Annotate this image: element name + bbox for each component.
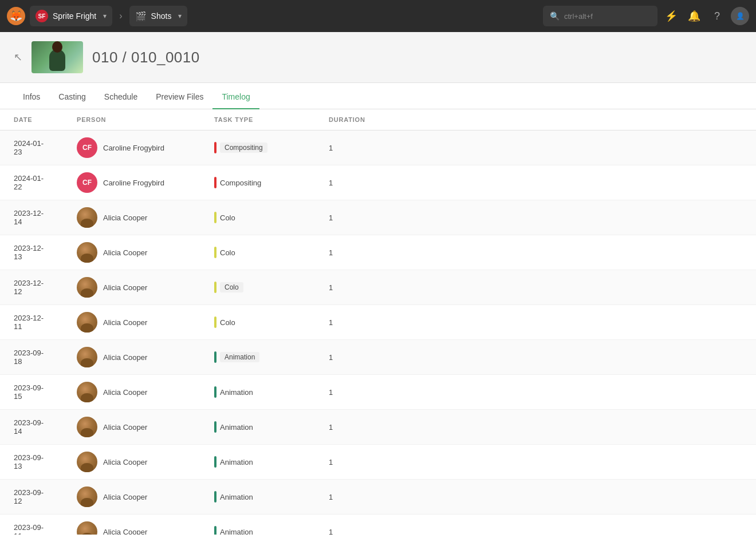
person-name: Alicia Cooper — [103, 493, 147, 501]
bell-button[interactable]: 🔔 — [685, 7, 703, 25]
user-avatar[interactable]: 👤 — [731, 7, 749, 25]
character-head — [52, 41, 62, 53]
table-row: 2023-12-12Alicia CooperColo1 — [0, 270, 756, 305]
avatar — [77, 277, 97, 298]
cell-person: Alicia Cooper — [63, 200, 200, 235]
project-selector[interactable]: SF Sprite Fright ▾ — [30, 6, 112, 26]
cell-person: Alicia Cooper — [63, 410, 200, 445]
avatar: CF — [77, 137, 97, 158]
cell-duration: 1 — [315, 480, 756, 515]
cell-task-type: Colo — [200, 235, 315, 270]
tabs-bar: InfosCastingSchedulePreview FilesTimelog — [0, 83, 756, 109]
avatar — [77, 242, 97, 263]
task-color-bar — [214, 456, 216, 468]
cell-duration: 1 — [315, 130, 756, 165]
task-label: Animation — [220, 493, 253, 501]
person-name: Alicia Cooper — [103, 283, 147, 292]
task-color-bar — [214, 247, 216, 258]
cell-person: Alicia Cooper — [63, 480, 200, 515]
cell-person: CFCaroline Frogybird — [63, 165, 200, 200]
person-name: Alicia Cooper — [103, 458, 147, 466]
cell-task-type: Compositing — [200, 165, 315, 200]
person-name: Alicia Cooper — [103, 353, 147, 362]
cell-task-type: Colo — [200, 270, 315, 305]
person-name: Alicia Cooper — [103, 248, 147, 257]
tab-timelog[interactable]: Timelog — [212, 83, 259, 109]
task-color-bar — [214, 386, 216, 398]
table-container[interactable]: DATE PERSON TASK TYPE DURATION 2024-01-2… — [0, 109, 756, 535]
col-date: DATE — [0, 109, 63, 130]
task-label: Animation — [220, 352, 259, 362]
person-name: Caroline Frogybird — [103, 179, 164, 187]
tab-preview-files[interactable]: Preview Files — [147, 83, 212, 109]
cell-duration: 1 — [315, 305, 756, 340]
timelog-table: DATE PERSON TASK TYPE DURATION 2024-01-2… — [0, 109, 756, 535]
cell-date: 2023-09-14 — [0, 410, 63, 445]
task-color-bar — [214, 142, 216, 153]
cell-duration: 1 — [315, 445, 756, 480]
table-row: 2023-09-18Alicia CooperAnimation1 — [0, 340, 756, 375]
person-name: Caroline Frogybird — [103, 144, 164, 152]
table-row: 2023-09-13Alicia CooperAnimation1 — [0, 445, 756, 480]
task-label: Compositing — [220, 143, 267, 153]
cell-duration: 1 — [315, 270, 756, 305]
tab-casting[interactable]: Casting — [49, 83, 94, 109]
search-placeholder: ctrl+alt+f — [564, 12, 593, 21]
task-color-bar — [214, 212, 216, 223]
character-silhouette — [49, 49, 65, 71]
cell-task-type: Colo — [200, 305, 315, 340]
help-button[interactable]: ? — [708, 7, 726, 25]
breadcrumb-arrow: › — [117, 11, 124, 21]
search-box[interactable]: 🔍 ctrl+alt+f — [543, 6, 657, 26]
task-color-bar — [214, 491, 216, 503]
cell-duration: 1 — [315, 340, 756, 375]
avatar-image: 👤 — [736, 12, 745, 20]
cell-person: Alicia Cooper — [63, 340, 200, 375]
cell-date: 2023-09-18 — [0, 340, 63, 375]
cell-date: 2023-09-12 — [0, 480, 63, 515]
cell-date: 2023-12-12 — [0, 270, 63, 305]
chevron-down-icon: ▾ — [103, 12, 107, 20]
avatar — [77, 521, 97, 535]
navbar: 🦊 SF Sprite Fright ▾ › 🎬 Shots ▾ 🔍 ctrl+… — [0, 0, 756, 32]
cell-person: Alicia Cooper — [63, 515, 200, 535]
cell-date: 2023-09-11 — [0, 515, 63, 535]
table-row: 2023-12-13Alicia CooperColo1 — [0, 235, 756, 270]
shots-icon: 🎬 — [135, 11, 147, 22]
cell-person: Alicia Cooper — [63, 305, 200, 340]
shot-thumbnail — [32, 41, 83, 73]
table-row: 2023-12-11Alicia CooperColo1 — [0, 305, 756, 340]
cell-date: 2024-01-23 — [0, 130, 63, 165]
task-color-bar — [214, 317, 216, 328]
cell-task-type: Colo — [200, 200, 315, 235]
person-name: Alicia Cooper — [103, 423, 147, 432]
person-name: Alicia Cooper — [103, 213, 147, 222]
section-selector[interactable]: 🎬 Shots ▾ — [129, 6, 188, 26]
cell-date: 2024-01-22 — [0, 165, 63, 200]
task-color-bar — [214, 177, 216, 188]
cell-person: Alicia Cooper — [63, 270, 200, 305]
app-logo[interactable]: 🦊 — [7, 7, 25, 25]
lightning-button[interactable]: ⚡ — [662, 7, 680, 25]
tab-schedule[interactable]: Schedule — [95, 83, 147, 109]
logo-icon: 🦊 — [10, 10, 22, 22]
task-color-bar — [214, 526, 216, 535]
task-label: Colo — [220, 282, 243, 292]
table-header-row: DATE PERSON TASK TYPE DURATION — [0, 109, 756, 130]
cell-task-type: Compositing — [200, 130, 315, 165]
lightning-icon: ⚡ — [665, 10, 678, 22]
col-task-type: TASK TYPE — [200, 109, 315, 130]
person-name: Alicia Cooper — [103, 388, 147, 397]
task-label: Animation — [220, 528, 253, 535]
main-content: InfosCastingSchedulePreview FilesTimelog… — [0, 83, 756, 542]
back-button[interactable]: ↖ — [14, 51, 22, 64]
cell-person: Alicia Cooper — [63, 445, 200, 480]
shot-title: 010 / 010_0010 — [92, 49, 200, 66]
task-label: Colo — [220, 318, 235, 327]
task-color-bar — [214, 282, 216, 293]
tab-infos[interactable]: Infos — [14, 83, 49, 109]
cell-duration: 1 — [315, 515, 756, 535]
person-name: Alicia Cooper — [103, 318, 147, 327]
cell-date: 2023-09-15 — [0, 375, 63, 410]
table-row: 2023-09-15Alicia CooperAnimation1 — [0, 375, 756, 410]
